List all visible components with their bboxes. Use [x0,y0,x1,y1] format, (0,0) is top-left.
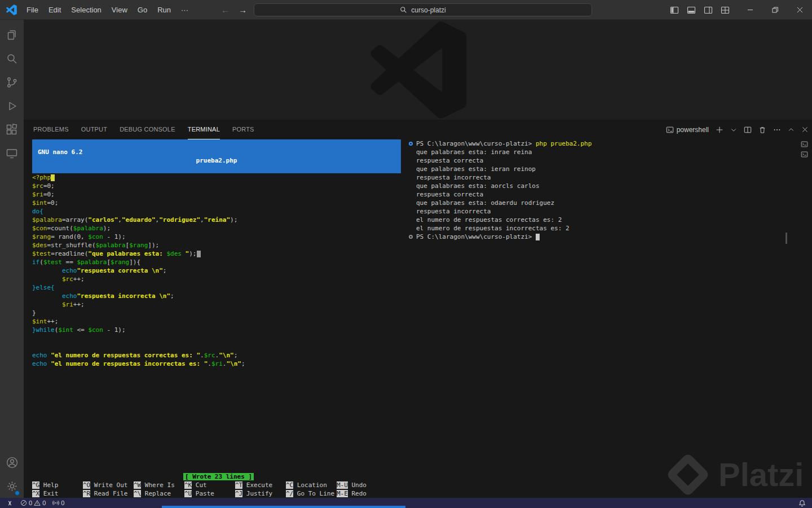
toggle-panel-icon[interactable] [687,6,696,15]
nano-shortcut: ^/ Go To Line [286,489,337,498]
terminal-profile-selector[interactable]: powershell [666,126,709,134]
nano-code-line: }while($int <= $con - 1); [32,326,405,334]
source-control-icon[interactable] [0,71,24,94]
nano-code-line: $ri++; [32,300,405,309]
remote-indicator[interactable] [3,498,16,508]
restore-button[interactable] [762,0,787,20]
nano-code-line: } [32,309,405,317]
nano-title-bar: GNU nano 6.2 prueba2.php [32,139,401,173]
terminal-line: PS C:\laragon\www\curso-platzi> php prue… [416,139,812,148]
powershell-terminal-pane[interactable]: PS C:\laragon\www\curso-platzi> php prue… [405,139,812,498]
notifications-bell-icon[interactable] [796,498,809,508]
menu-more[interactable]: ··· [176,0,193,20]
maximize-panel-icon[interactable] [788,126,795,133]
nano-shortcut: ^C Location [286,481,337,489]
activity-bar [0,20,24,498]
warning-count: 0 [42,500,46,506]
terminal-line: respuesta correcta [416,156,812,165]
search-value: curso-platzi [411,6,445,14]
menu-go[interactable]: Go [133,0,152,20]
run-debug-icon[interactable] [0,94,24,118]
command-center-search[interactable]: curso-platzi [254,3,592,16]
nano-code-line [32,334,405,343]
panel-tab-bar: PROBLEMSOUTPUTDEBUG CONSOLETERMINALPORTS [33,120,267,139]
problems-indicator[interactable]: 0 0 [17,498,48,508]
history-navigation: ← → [221,0,247,20]
nano-code[interactable]: <?php$rc=0;$ri=0;$int=0;do{$palabra=arra… [32,173,405,472]
nano-code-line: echo "el numero de respuestas correctas … [32,351,405,360]
ports-count: 0 [61,500,64,506]
nano-code-line: do{ [32,207,405,216]
panel-tab-terminal[interactable]: TERMINAL [188,120,220,139]
panel-tab-ports[interactable]: PORTS [232,120,254,139]
nano-code-line: $des=str_shuffle($palabra[$rang]); [32,241,405,249]
menu-file[interactable]: File [21,0,43,20]
nano-terminal-pane[interactable]: GNU nano 6.2 prueba2.php <?php$rc=0;$ri=… [24,139,405,498]
nano-code-line: $palabra=array("carlos","eduardo","rodri… [32,216,405,224]
titlebar-right [670,0,812,20]
nano-shortcut: ^W Where Is [134,481,184,489]
forward-button[interactable]: → [239,5,247,15]
terminal-line: PS C:\laragon\www\curso-platzi> [416,233,812,241]
nano-status-badge: [ Wrote 23 lines ] [183,473,254,480]
search-sidebar-icon[interactable] [0,47,24,71]
command-decoration[interactable] [409,142,413,146]
vscode-watermark-logo [369,21,469,119]
menu-edit[interactable]: Edit [43,0,66,20]
close-window-button[interactable] [787,0,812,20]
nano-code-line: echo"respuesta incorrecta \n"; [32,292,405,300]
nano-status-line: [ Wrote 23 lines ] [32,472,405,481]
ghost-block [197,251,201,257]
menu-bar: FileEditSelectionViewGoRun [21,0,176,20]
menu-selection[interactable]: Selection [66,0,106,20]
terminal-tab-nano-icon[interactable] [801,141,808,148]
nano-code-line: $int++; [32,317,405,326]
terminal-line: que palabraes esta: aorcls carlos [416,182,812,190]
menu-view[interactable]: View [107,0,133,20]
nano-code-line: $test=readline("que palabraes esta: $des… [32,249,405,258]
vscode-logo-icon [6,5,17,15]
nano-code-line: if($test == $palabra[$rang]){ [32,258,405,266]
panel-tab-problems[interactable]: PROBLEMS [33,120,69,139]
nano-code-line: echo"respuesta correcta \n"; [32,266,405,275]
minimize-button[interactable] [738,0,762,20]
terminal-line: respuesta incorrecta [416,207,812,216]
nano-shortcut: ^J Justify [235,489,286,498]
panel-tab-output[interactable]: OUTPUT [81,120,107,139]
terminal-line: respuesta correcta [416,190,812,199]
settings-gear-icon[interactable] [0,474,24,498]
back-button[interactable]: ← [221,5,230,15]
terminal-scrollbar[interactable] [785,233,787,244]
terminal-line: que palabraes esta: odaerdu rodriguez [416,199,812,207]
panel-tab-debug-console[interactable]: DEBUG CONSOLE [120,120,175,139]
account-icon[interactable] [0,450,24,474]
ports-indicator[interactable]: 0 [50,498,67,508]
remote-explorer-icon[interactable] [0,142,24,165]
new-terminal-icon[interactable] [716,126,723,134]
settings-badge [15,491,20,496]
terminal-tabs-strip [797,140,811,158]
nano-code-line: $rang= rand(0, $con - 1); [32,233,405,241]
nano-shortcut: ^\ Replace [134,489,184,498]
kill-terminal-icon[interactable] [758,126,766,134]
terminal-line: el numero de respuestas correctas es: 2 [416,216,812,224]
panel-more-actions-icon[interactable] [773,126,781,134]
toggle-sidebar-icon[interactable] [670,6,679,15]
menu-run[interactable]: Run [152,0,176,20]
split-terminal-icon[interactable] [744,126,752,134]
customize-layout-icon[interactable] [721,6,730,15]
command-decoration[interactable] [409,235,413,239]
terminal-cursor [51,174,55,181]
nano-code-line: $rc++; [32,275,405,283]
terminal-line: respuesta incorrecta [416,173,812,182]
close-panel-icon[interactable] [801,126,809,133]
status-bar: 0 0 0 [0,498,812,508]
terminal-dropdown-icon[interactable] [730,126,737,133]
nano-code-line [32,343,405,351]
nano-shortcuts-row1: ^G Help^O Write Out^W Where Is^K Cut^T E… [32,481,405,489]
terminal-tab-powershell-icon[interactable] [801,151,808,158]
extensions-icon[interactable] [0,118,24,142]
explorer-icon[interactable] [0,23,24,47]
terminal-cursor [536,234,540,240]
toggle-secondary-sidebar-icon[interactable] [704,6,713,15]
